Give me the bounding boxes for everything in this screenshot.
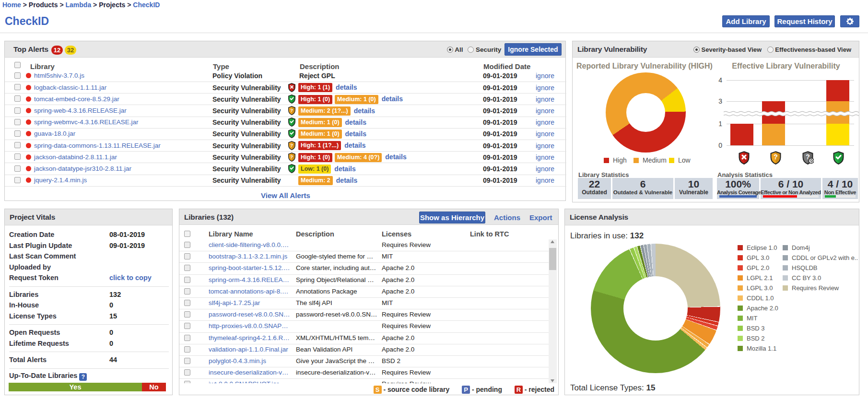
svg-text:?: ? (291, 154, 293, 159)
svg-text:?: ? (291, 107, 293, 113)
svg-text:?: ? (291, 142, 293, 147)
svg-text:?: ? (774, 153, 778, 161)
